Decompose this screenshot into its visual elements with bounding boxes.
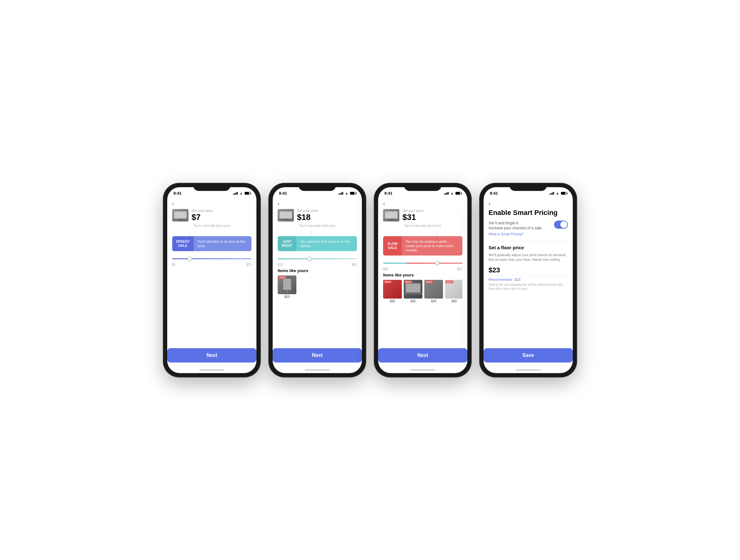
home-indicator-2 (273, 367, 362, 373)
wifi-4: ▲ (556, 192, 559, 195)
sp-floor-price: $23 (488, 266, 568, 274)
svg-rect-16 (406, 284, 420, 292)
items-grid-3: SOLD $35 SOLD (383, 280, 462, 303)
sp-recommended: Recommended : $23 (488, 278, 568, 281)
back-arrow-3[interactable]: ‹ (383, 200, 385, 207)
item-price: $35 (390, 299, 395, 303)
price-section-3: Set your price $31 (402, 209, 462, 222)
sold-badge: SOLD (404, 280, 412, 283)
svg-rect-3 (178, 219, 183, 220)
signal-3 (444, 192, 449, 195)
slider-thumb-3[interactable] (435, 261, 439, 265)
back-arrow-1[interactable]: ‹ (172, 200, 174, 207)
back-arrow-4[interactable]: ‹ (488, 200, 490, 207)
connector-above-2 (311, 230, 311, 236)
phone-3-inner: 9:41 ▲ ‹ (378, 187, 467, 373)
price-value-2: $18 (297, 212, 357, 222)
screen-2-content: Set your price $18 Tap to manually input… (273, 209, 362, 345)
notch-4 (510, 183, 547, 191)
signal-4 (549, 192, 554, 195)
sp-title: Enable Smart Pricing (488, 209, 568, 217)
phone-2-inner: 9:41 ▲ ‹ (273, 187, 362, 373)
item-price: $30 (452, 299, 457, 303)
list-item: SOLD $28 (424, 280, 443, 303)
phone-1-wrapper: 9:41 ▲ ‹ (164, 183, 260, 377)
tap-manual-3[interactable]: Tap to manually input price (383, 224, 462, 227)
next-button-1[interactable]: Next (167, 348, 257, 363)
tap-manual-1[interactable]: Tap to manually input price (172, 224, 252, 227)
item-image: SOLD (383, 280, 402, 298)
connector-above-3 (437, 230, 437, 236)
battery-2 (350, 192, 356, 195)
sold-badge: SOLD (278, 276, 286, 279)
wifi-2: ▲ (345, 192, 348, 195)
back-arrow-2[interactable]: ‹ (278, 200, 280, 207)
smart-pricing-content: Enable Smart Pricing Set it and forget i… (483, 209, 573, 345)
slider-2[interactable]: $13 $25 (278, 256, 357, 266)
phone-4: 9:41 ▲ ‹ En (480, 183, 576, 377)
screen-1-content: Set your price $7 Tap to manually input … (167, 209, 257, 345)
next-button-2[interactable]: Next (273, 348, 362, 363)
svg-rect-14 (389, 219, 394, 220)
tag-label-1: SPEEDYSALE (172, 236, 194, 252)
product-image-1 (172, 209, 188, 221)
item-image: SOLD (278, 275, 296, 294)
item-price: $35 (410, 299, 416, 303)
svg-rect-1 (174, 211, 187, 218)
slider-1[interactable]: $1 $13 (172, 256, 252, 266)
battery-3 (456, 192, 461, 195)
sold-badge: SOLD (446, 280, 453, 283)
svg-rect-7 (283, 219, 288, 220)
sold-badge: SOLD (384, 280, 391, 283)
sp-toggle-row: Set it and forget it. Increase your chan… (488, 220, 568, 231)
slider-3[interactable]: $25 $37 (383, 260, 462, 271)
status-icons-3: ▲ (444, 192, 461, 195)
time-4: 9:41 (490, 191, 498, 196)
phone-1-inner: 9:41 ▲ ‹ (167, 187, 257, 373)
tap-manual-2[interactable]: Tap to manually input price (278, 224, 357, 227)
price-section-1: Set your price $7 (192, 209, 252, 222)
nav-bar-1: ‹ (167, 198, 257, 209)
sp-toggle-desc: Set it and forget it. Increase your chan… (488, 220, 554, 231)
smart-pricing-toggle[interactable] (554, 220, 568, 229)
list-item: SOLD $20 (278, 275, 296, 298)
svg-point-10 (286, 291, 288, 293)
slider-labels-2: $13 $25 (278, 263, 357, 266)
items-grid-2: SOLD $20 (278, 275, 357, 298)
phone-2-wrapper: 9:41 ▲ ‹ (269, 183, 366, 377)
svg-rect-5 (280, 211, 292, 218)
price-tag-3: SLOWSALE You may be waiting a while... L… (383, 236, 462, 256)
next-button-3[interactable]: Next (378, 348, 467, 363)
tag-bubble-2: You nailed it! Your price is on the mone… (296, 236, 357, 252)
price-label-1: Set your price (192, 209, 252, 212)
tag-bubble-1: You'll declutter in no time at this pric… (194, 236, 252, 252)
items-section-3: Items like yours SOLD $35 SOLD (383, 273, 462, 345)
price-divider (488, 275, 568, 276)
notch-2 (298, 183, 336, 191)
price-label-2: Set your price (297, 209, 357, 212)
slider-labels-1: $1 $13 (172, 263, 252, 266)
product-header-2: Set your price $18 (278, 209, 357, 222)
divider-1 (488, 241, 568, 241)
svg-rect-17 (404, 293, 423, 295)
phone-4-inner: 9:41 ▲ ‹ En (483, 187, 573, 373)
product-image-2 (278, 209, 294, 221)
signal-1 (233, 192, 238, 195)
phone-3: 9:41 ▲ ‹ (374, 183, 471, 377)
bottom-section-4: Save (483, 345, 573, 367)
list-item: SOLD $30 (445, 280, 462, 303)
price-value-1: $7 (192, 212, 252, 222)
connector-above-1 (190, 230, 190, 236)
notch-1 (193, 183, 230, 191)
slider-thumb-2[interactable] (307, 257, 312, 261)
save-button[interactable]: Save (483, 348, 573, 363)
battery-4 (561, 192, 567, 195)
item-price: $28 (431, 299, 437, 303)
item-image: SOLD (424, 280, 443, 298)
price-tag-1: SPEEDYSALE You'll declutter in no time a… (172, 236, 252, 252)
sp-link[interactable]: What is Smart Pricing? (488, 232, 568, 236)
price-value-3: $31 (402, 212, 462, 222)
wifi-1: ▲ (240, 192, 243, 195)
slider-thumb-1[interactable] (187, 257, 192, 261)
nav-bar-3: ‹ (378, 198, 467, 209)
